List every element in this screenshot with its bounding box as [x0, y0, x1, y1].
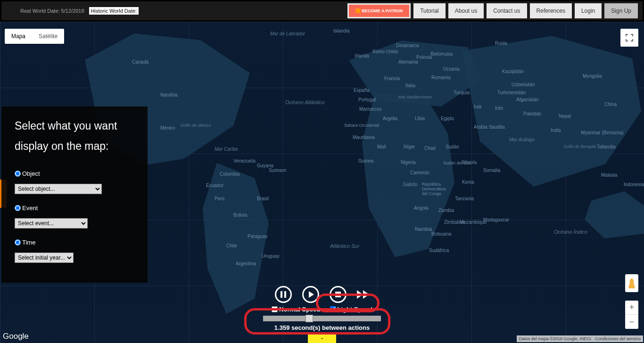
terms-link[interactable]: Condiciones del servicio [595, 336, 641, 341]
time-select[interactable]: Select initial year... [15, 253, 74, 263]
speed-slider[interactable] [263, 316, 381, 321]
ocean-label: Mar de Labrador [270, 31, 305, 36]
become-patron-button[interactable]: 🟧 BECOME A PATRON [347, 3, 411, 18]
ocean-label: Golfo de México [181, 123, 211, 128]
fullscreen-button[interactable] [620, 29, 638, 47]
map-type-toggle: Mapa Satélite [5, 29, 64, 44]
google-logo: Google [3, 332, 29, 341]
map-type-map[interactable]: Mapa [5, 29, 32, 44]
attribution-text: Datos del mapa ©2018 Google, INEGI [519, 336, 591, 341]
ocean-label: Océano Índico [554, 229, 587, 235]
time-radio[interactable] [15, 239, 21, 245]
speed-value-label: 1.359 second(s) between actions [274, 324, 370, 331]
time-radio-label[interactable]: Time [15, 239, 134, 246]
slider-thumb[interactable] [305, 315, 313, 322]
zoom-out-button[interactable]: − [625, 315, 638, 329]
sidebar-title: Select what you want display on the map: [15, 116, 134, 156]
ocean-label: Océano Atlántico [285, 99, 324, 105]
ocean-label: Mar Mediterráneo [398, 95, 432, 99]
light-speed-checkbox[interactable] [330, 306, 336, 312]
map-area[interactable]: Namibia México Canadá Brasil Argentina C… [0, 22, 644, 343]
real-world-date: Real World Date: 5/12/2018 [6, 8, 84, 14]
stop-icon [335, 292, 341, 297]
fullscreen-icon [626, 34, 633, 41]
ocean-label: Atlántico Sur [330, 243, 359, 249]
event-select[interactable]: Select event... [15, 218, 88, 229]
map-type-satellite[interactable]: Satélite [32, 29, 64, 44]
light-speed-option[interactable]: Light Speed [330, 306, 372, 313]
login-button[interactable]: Login [575, 3, 602, 18]
bottom-collapse-tab[interactable]: - [308, 335, 336, 343]
playback-controls: Normal Speed Light Speed 1.359 second(s)… [263, 286, 381, 331]
signup-button[interactable]: Sign Up [604, 3, 638, 18]
stop-button[interactable] [330, 286, 347, 303]
pause-button[interactable] [275, 286, 292, 303]
pegman-icon [628, 278, 635, 288]
event-radio-label[interactable]: Event [15, 204, 134, 212]
fast-forward-button[interactable] [357, 290, 369, 299]
play-icon [309, 291, 314, 298]
normal-speed-option[interactable]: Normal Speed [272, 306, 320, 313]
object-select[interactable]: Select object... [15, 184, 102, 194]
object-radio-label[interactable]: Object [15, 170, 134, 177]
map-attribution: Datos del mapa ©2018 Google, INEGI Condi… [517, 335, 643, 342]
historic-date-label: Historic World Date: [89, 7, 139, 15]
zoom-controls: + − [625, 301, 638, 329]
ocean-label: Mar Arábigo [509, 137, 535, 142]
event-radio[interactable] [15, 205, 21, 211]
about-button[interactable]: About us [448, 3, 484, 18]
ff-icon [357, 290, 363, 299]
zoom-in-button[interactable]: + [625, 301, 638, 315]
object-radio[interactable] [15, 171, 21, 177]
display-options-panel: Select what you want display on the map:… [1, 106, 148, 283]
streetview-button[interactable] [625, 274, 638, 292]
tutorial-button[interactable]: Tutorial [413, 3, 446, 18]
topbar: Real World Date: 5/12/2018 Historic Worl… [0, 0, 644, 22]
ff-icon [363, 290, 369, 299]
normal-speed-checkbox[interactable] [272, 306, 278, 312]
play-button[interactable] [302, 286, 319, 303]
pause-icon [281, 291, 286, 298]
references-button[interactable]: References [530, 3, 572, 18]
contact-button[interactable]: Contact us [487, 3, 527, 18]
ocean-label: Mar Caribe [215, 147, 238, 152]
ocean-label: Golfo de Bengala [563, 144, 596, 149]
